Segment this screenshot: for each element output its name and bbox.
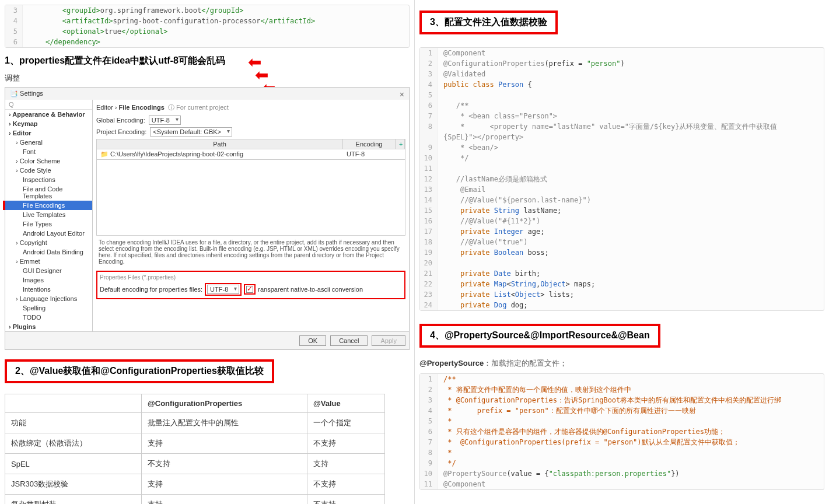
tree-item[interactable]: Intentions: [5, 285, 92, 294]
project-encoding-label: Project Encoding:: [96, 128, 146, 135]
adjust-label: 调整: [5, 73, 410, 83]
settings-search[interactable]: Q: [5, 100, 92, 110]
settings-breadcrumb: Editor › File Encodings ⓘ For current pr…: [96, 103, 405, 112]
heading-1: 1、properties配置文件在idea中默认utf-8可能会乱码: [5, 55, 410, 67]
tree-item[interactable]: Live Templates: [5, 210, 92, 219]
encoding-value[interactable]: UTF-8: [343, 149, 396, 159]
apply-button[interactable]: Apply: [372, 335, 405, 346]
heading-4: 4、@PropertySource&@ImportResource&@Bean: [419, 324, 660, 348]
cancel-button[interactable]: Cancel: [330, 335, 368, 346]
code-block-person: 1@Component2@ConfigurationProperties(pre…: [419, 47, 824, 311]
tree-item[interactable]: Images: [5, 275, 92, 285]
tree-item[interactable]: › Emmet: [5, 257, 92, 266]
tree-item[interactable]: › Code Style: [5, 166, 92, 175]
settings-panel: Editor › File Encodings ⓘ For current pr…: [93, 100, 409, 331]
path-value[interactable]: 📁 C:\Users\lfy\IdeaProjects\spring-boot-…: [97, 149, 343, 159]
properties-files-header: Properties Files (*.properties): [100, 274, 402, 281]
default-prop-encoding-select[interactable]: UTF-8: [207, 285, 239, 294]
tree-item[interactable]: File and Code Templates: [5, 184, 92, 201]
code-block-dependency: 3 <groupId>org.springframework.boot</gro…: [5, 5, 410, 48]
property-source-desc: @PropertySource：加载指定的配置文件；: [419, 358, 824, 369]
settings-tree: Q › Appearance & Behavior› Keymap› Edito…: [5, 100, 93, 331]
tree-item[interactable]: › Plugins: [5, 322, 92, 331]
tree-item[interactable]: File Types: [5, 219, 92, 229]
path-header: Path: [97, 139, 343, 149]
global-encoding-select[interactable]: UTF-8: [149, 116, 181, 125]
tree-item[interactable]: › Copyright: [5, 238, 92, 247]
code-block-propsource: 1/**2 * 将配置文件中配置的每一个属性的值，映射到这个组件中3 * @Co…: [419, 373, 824, 490]
tree-item[interactable]: Android Data Binding: [5, 247, 92, 257]
default-prop-encoding-label: Default encoding for properties files:: [100, 286, 202, 293]
encoding-header: Encoding: [343, 139, 396, 149]
tree-item[interactable]: GUI Designer: [5, 266, 92, 275]
tree-item[interactable]: › Editor: [5, 128, 92, 138]
tree-item[interactable]: Spelling: [5, 303, 92, 313]
encoding-description: To change encoding IntelliJ IDEA uses fo…: [96, 236, 405, 268]
ok-button[interactable]: OK: [299, 335, 326, 346]
settings-dialog: 📑 Settings × Q › Appearance & Behavior› …: [5, 87, 410, 350]
heading-2: 2、@Value获取值和@ConfigurationProperties获取值比…: [5, 359, 274, 383]
tree-item[interactable]: › Color Scheme: [5, 156, 92, 166]
tree-item[interactable]: › General: [5, 138, 92, 147]
settings-title: 📑 Settings: [5, 88, 409, 100]
transparent-ascii-checkbox[interactable]: [246, 286, 253, 293]
project-encoding-select[interactable]: <System Default: GBK>: [150, 127, 232, 136]
tree-item[interactable]: File Encodings: [5, 201, 92, 210]
tree-item[interactable]: TODO: [5, 313, 92, 322]
tree-item[interactable]: › Language Injections: [5, 294, 92, 303]
add-path-icon[interactable]: +: [396, 139, 405, 149]
heading-3: 3、配置文件注入值数据校验: [419, 10, 558, 34]
comparison-table: @ConfigurationProperties@Value功能批量注入配置文件…: [5, 394, 385, 504]
tree-item[interactable]: Android Layout Editor: [5, 229, 92, 238]
tree-item[interactable]: Inspections: [5, 175, 92, 184]
transparent-ascii-label: ransparent native-to-ascii conversion: [258, 286, 363, 293]
tree-item[interactable]: Font: [5, 147, 92, 156]
global-encoding-label: Global Encoding:: [96, 117, 145, 124]
tree-item[interactable]: › Keymap: [5, 119, 92, 128]
close-icon[interactable]: ×: [400, 90, 404, 99]
tree-item[interactable]: › Appearance & Behavior: [5, 110, 92, 119]
